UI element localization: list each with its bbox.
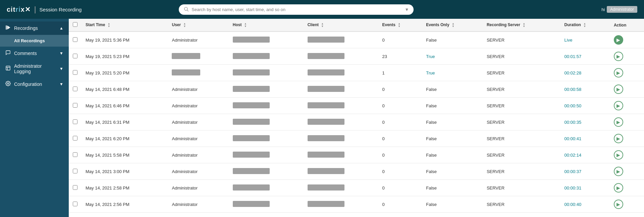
cell-client: [304, 32, 378, 48]
row-checkbox[interactable]: [73, 169, 77, 173]
play-button[interactable]: ▶: [614, 200, 623, 209]
cell-events-only: False: [422, 163, 483, 180]
duration-link[interactable]: 00:02:28: [565, 70, 582, 75]
cell-action[interactable]: ▶: [610, 98, 644, 114]
row-checkbox[interactable]: [73, 54, 77, 58]
row-checkbox[interactable]: [73, 202, 77, 206]
play-button[interactable]: ▶: [614, 150, 623, 160]
cell-start-time: May 14, 2021 6:20 PM: [82, 130, 168, 147]
cell-action[interactable]: ▶: [610, 147, 644, 163]
cell-events-only: True: [422, 48, 483, 65]
row-checkbox[interactable]: [73, 152, 77, 157]
cell-events: 0: [378, 114, 422, 130]
row-checkbox[interactable]: [73, 185, 77, 190]
chevron-down-icon-admin: ▼: [59, 66, 63, 71]
play-live-button[interactable]: ▶: [614, 35, 623, 45]
cell-events: 0: [378, 130, 422, 147]
th-host[interactable]: Host ▲▼: [229, 19, 304, 32]
th-client[interactable]: Client ▲▼: [304, 19, 378, 32]
play-button[interactable]: ▶: [614, 134, 623, 143]
cell-action[interactable]: ▶: [610, 32, 644, 48]
cell-client: [304, 196, 378, 213]
duration-link[interactable]: Live: [565, 38, 573, 43]
cell-duration[interactable]: 00:00:35: [560, 114, 610, 130]
duration-link[interactable]: 00:01:57: [565, 54, 582, 59]
row-checkbox[interactable]: [73, 136, 77, 141]
cell-duration[interactable]: 00:00:50: [560, 98, 610, 114]
cell-duration[interactable]: 00:01:57: [560, 48, 610, 65]
cell-user: Administrator: [168, 180, 228, 196]
duration-link[interactable]: 00:00:41: [565, 136, 582, 141]
cell-action[interactable]: ▶: [610, 130, 644, 147]
search-input[interactable]: [192, 7, 402, 12]
play-button[interactable]: ▶: [614, 85, 623, 94]
comments-icon: [5, 50, 11, 57]
cell-duration[interactable]: 00:02:14: [560, 147, 610, 163]
th-events[interactable]: Events ▲▼: [378, 19, 422, 32]
duration-link[interactable]: 00:00:37: [565, 169, 582, 174]
play-button[interactable]: ▶: [614, 52, 623, 61]
cell-start-time: May 14, 2021 3:00 PM: [82, 163, 168, 180]
header: citrix✕ | Session Recording ▼ hi Adminis…: [0, 0, 644, 19]
sidebar-item-recordings[interactable]: Recordings ▲: [0, 21, 69, 35]
cell-action[interactable]: ▶: [610, 180, 644, 196]
svg-point-7: [7, 83, 9, 84]
sidebar-item-all-recordings[interactable]: All Recordings: [0, 35, 69, 47]
play-button[interactable]: ▶: [614, 167, 623, 176]
sort-icon-events: ▲▼: [398, 22, 400, 28]
blurred-host: [233, 135, 270, 141]
play-icon: [5, 25, 11, 32]
sidebar-item-admin-logging[interactable]: Administrator Logging ▼: [0, 60, 69, 77]
play-button[interactable]: ▶: [614, 183, 623, 193]
cell-duration[interactable]: Live: [560, 32, 610, 48]
th-duration[interactable]: Duration ▲▼: [560, 19, 610, 32]
sort-icon-events-only: ▲▼: [452, 22, 454, 28]
row-checkbox[interactable]: [73, 87, 77, 91]
row-checkbox[interactable]: [73, 37, 77, 42]
cell-action[interactable]: ▶: [610, 196, 644, 213]
cell-recording-server: SERVER: [483, 114, 560, 130]
cell-duration[interactable]: 00:00:37: [560, 163, 610, 180]
cell-action[interactable]: ▶: [610, 48, 644, 65]
duration-link[interactable]: 00:00:31: [565, 185, 582, 191]
cell-duration[interactable]: 00:00:40: [560, 196, 610, 213]
cell-duration[interactable]: 00:00:31: [560, 180, 610, 196]
cell-action[interactable]: ▶: [610, 114, 644, 130]
sort-icon-duration: ▲▼: [583, 22, 586, 28]
th-recording-server[interactable]: Recording Server ▲▼: [483, 19, 560, 32]
th-start-time[interactable]: Start Time ▲▼: [82, 19, 168, 32]
play-button[interactable]: ▶: [614, 117, 623, 127]
row-checkbox[interactable]: [73, 119, 77, 124]
cell-client: [304, 81, 378, 98]
duration-link[interactable]: 00:00:40: [565, 202, 582, 207]
th-checkbox[interactable]: [69, 19, 82, 32]
th-events-only[interactable]: Events Only ▲▼: [422, 19, 483, 32]
cell-action[interactable]: ▶: [610, 81, 644, 98]
cell-duration[interactable]: 00:02:28: [560, 65, 610, 81]
row-checkbox[interactable]: [73, 103, 77, 108]
play-button[interactable]: ▶: [614, 68, 623, 77]
cell-duration[interactable]: 00:00:58: [560, 81, 610, 98]
cell-duration[interactable]: 00:00:41: [560, 130, 610, 147]
duration-link[interactable]: 00:00:50: [565, 103, 582, 108]
cell-events-only: False: [422, 180, 483, 196]
cell-recording-server: SERVER: [483, 48, 560, 65]
row-checkbox[interactable]: [73, 70, 77, 75]
play-button[interactable]: ▶: [614, 101, 623, 110]
select-all-checkbox[interactable]: [73, 22, 77, 27]
sidebar-item-configuration[interactable]: Configuration ▼: [0, 77, 69, 91]
blurred-host: [233, 69, 270, 75]
duration-link[interactable]: 00:00:58: [565, 87, 582, 92]
cell-action[interactable]: ▶: [610, 65, 644, 81]
admin-logging-label: Administrator Logging: [14, 63, 56, 74]
duration-link[interactable]: 00:02:14: [565, 153, 582, 158]
th-user[interactable]: User ▲▼: [168, 19, 228, 32]
sidebar-item-comments[interactable]: Comments ▼: [0, 47, 69, 60]
cell-action[interactable]: ▶: [610, 163, 644, 180]
chevron-down-icon[interactable]: ▼: [405, 7, 409, 12]
comments-label: Comments: [14, 51, 56, 56]
cell-events: 0: [378, 180, 422, 196]
duration-link[interactable]: 00:00:35: [565, 120, 582, 125]
events-only-true: True: [426, 54, 435, 59]
all-recordings-label: All Recordings: [14, 38, 45, 43]
